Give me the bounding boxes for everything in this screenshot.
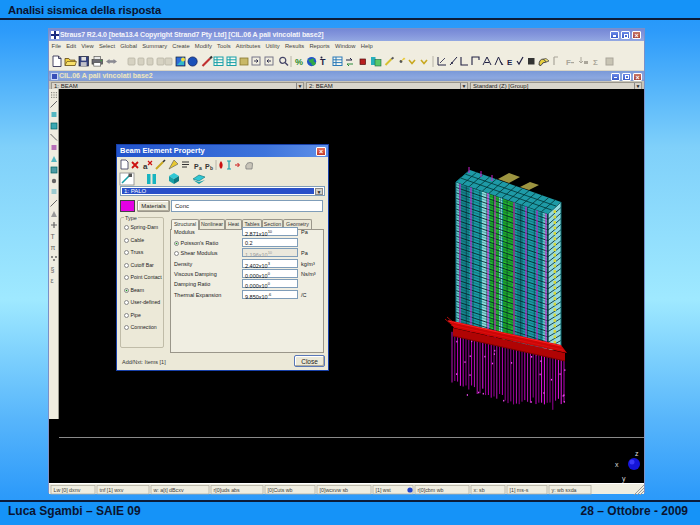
svg-text:[0]wcxvw sb: [0]wcxvw sb bbox=[320, 487, 349, 493]
svg-text:w: a[t] dBcxv: w: a[t] dBcxv bbox=[154, 487, 184, 493]
svg-text:[1] ms-s: [1] ms-s bbox=[510, 487, 529, 493]
svg-text:x: x bbox=[615, 461, 619, 468]
svg-text:E: E bbox=[507, 58, 513, 67]
svg-text:z: z bbox=[635, 450, 639, 457]
svg-text:Σ: Σ bbox=[593, 58, 598, 67]
svg-text:r[0]uds abs: r[0]uds abs bbox=[214, 487, 241, 493]
svg-text:%: % bbox=[295, 57, 303, 67]
svg-text:r[0]cbm wb: r[0]cbm wb bbox=[418, 487, 444, 493]
svg-text:tnf [1] wxv: tnf [1] wxv bbox=[100, 487, 124, 493]
svg-text:Lw [0] dxnv: Lw [0] dxnv bbox=[54, 487, 81, 493]
svg-text:a: a bbox=[199, 165, 202, 171]
svg-text:y: wb sxda: y: wb sxda bbox=[552, 487, 577, 493]
svg-text:x: sb: x: sb bbox=[474, 487, 485, 493]
svg-text:a: a bbox=[143, 162, 148, 171]
svg-text:y: y bbox=[622, 475, 626, 483]
svg-text:[1] wst: [1] wst bbox=[376, 487, 392, 493]
svg-text:F: F bbox=[566, 58, 571, 67]
svg-text:b: b bbox=[210, 165, 213, 171]
svg-text:T: T bbox=[320, 57, 326, 67]
svg-text:[0]Cuts wb: [0]Cuts wb bbox=[268, 487, 293, 493]
